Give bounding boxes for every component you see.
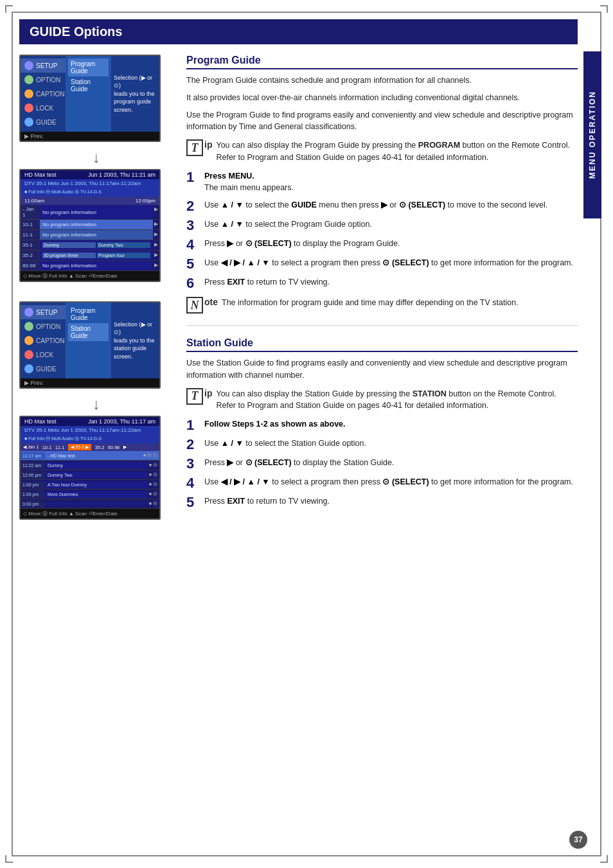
station-guide-section: Station Guide Use the Station Guide to f… bbox=[186, 337, 578, 509]
menu-item-option-label: OPTION bbox=[36, 76, 60, 84]
guide-ch-8098: 80-98 bbox=[21, 261, 40, 270]
step-num-6: 6 bbox=[186, 276, 199, 290]
step-num-4: 4 bbox=[186, 238, 199, 252]
tip-label-1: ip bbox=[204, 139, 212, 150]
guide-arrow-2: ▶ bbox=[153, 220, 159, 229]
menu-center-station-guide-2: Station Guide bbox=[68, 323, 109, 341]
guide-prog-dummy-two: Dummy Two bbox=[97, 242, 150, 248]
program-guide-tip: T ip You can also display the Program Gu… bbox=[186, 139, 578, 164]
guide-ch-101: 10-1 bbox=[21, 220, 40, 229]
menu-center-items: Program Guide Station Guide bbox=[66, 56, 111, 132]
guide-prog-four: Program four bbox=[97, 252, 150, 258]
station-prog-hdmax: - HD Max test bbox=[45, 452, 141, 459]
menu-item-guide-label: GUIDE bbox=[36, 119, 57, 126]
guide-prog-jan1: No program information bbox=[40, 205, 153, 219]
menu-center-program-guide: Program Guide bbox=[68, 58, 109, 76]
station-prog-two-hour: A Two hour Dummy bbox=[45, 481, 147, 488]
station-prog-dummy-two: Dummy Two bbox=[45, 472, 147, 479]
guide-prog-three: 30 program three bbox=[42, 252, 96, 258]
guide-prog-352: 30 program three Program four bbox=[40, 251, 153, 260]
station-step-text-1: Follow Steps 1-2 as shown as above. bbox=[204, 418, 346, 430]
menu-footer-2: ▶ Prev. bbox=[21, 378, 159, 387]
guide-arrow-1: ▶ bbox=[153, 205, 159, 219]
menu-screenshot-2: SETUP OPTION CAPTION LOCK bbox=[19, 301, 161, 389]
station-step-4: 4 Use ◀ / ▶ / ▲ / ▼ to select a program … bbox=[186, 476, 578, 490]
station-header-left: HD Max test bbox=[24, 418, 57, 425]
guide-row-101: 10-1 No program information ▶ bbox=[21, 220, 159, 230]
station-icons-2: ■ ⓐ bbox=[147, 462, 159, 468]
program-guide-section: Program Guide The Program Guide contains… bbox=[186, 55, 578, 314]
option-icon bbox=[24, 75, 33, 84]
station-ch-101: 10-1 bbox=[42, 445, 51, 450]
note-icon-1: N bbox=[186, 297, 203, 314]
step-num-2: 2 bbox=[186, 199, 199, 213]
menu-footer-1: ▶ Prev. bbox=[21, 132, 159, 141]
menu-item-guide-label-2: GUIDE bbox=[36, 366, 57, 373]
station-prog-dummy: Dummy bbox=[45, 462, 147, 469]
tip-label-2: ip bbox=[204, 388, 212, 398]
guide-prog-8098: No program information bbox=[40, 261, 153, 270]
station-ch-6098: 60-98 bbox=[108, 445, 120, 450]
station-prog-300 bbox=[45, 502, 147, 505]
menu-right-description: Selection (▶ or ⊙)leads you to theprogra… bbox=[114, 74, 157, 114]
station-step-1: 1 Follow Steps 1-2 as shown as above. bbox=[186, 418, 578, 432]
menu-item-option: OPTION bbox=[21, 73, 66, 87]
step-num-1: 1 bbox=[186, 170, 199, 184]
sidebar-menu-operation: MENU OPERATION bbox=[583, 51, 601, 218]
guide-time-left: 11:00am bbox=[24, 198, 44, 204]
station-time-300: 3:00 pm bbox=[21, 500, 45, 508]
guide-header-right: Jun 1 2003, Thu 11:21 am bbox=[88, 172, 155, 178]
menu-item-guide-2: GUIDE bbox=[21, 362, 66, 376]
menu-right-description-2: Selection (▶ or ⊙)leads you to thestatio… bbox=[114, 321, 157, 361]
station-time-more: 1:00 pm bbox=[21, 491, 45, 498]
station-step-text-3: Press ▶ or ⊙ (SELECT) to display the Sta… bbox=[204, 457, 394, 469]
guide-prog-351: Dummy Dummy Two bbox=[40, 240, 153, 250]
station-ch-arrow: ▶ bbox=[123, 445, 127, 450]
page-border-top bbox=[12, 12, 601, 13]
menu-right-text: Selection (▶ or ⊙)leads you to theprogra… bbox=[111, 56, 159, 132]
guide-arrow-4: ▶ bbox=[153, 240, 159, 250]
station-step-num-3: 3 bbox=[186, 457, 199, 471]
guide-ch-111: 11-1 bbox=[21, 230, 40, 240]
station-step-5: 5 Press EXIT to return to TV viewing. bbox=[186, 495, 578, 509]
station-guide-heading: Station Guide bbox=[186, 337, 578, 352]
station-step-text-5: Press EXIT to return to TV viewing. bbox=[204, 495, 330, 508]
station-icons-1: ■ ⓜ ⓒ bbox=[141, 452, 159, 459]
guide-ch-352: 35-2 bbox=[21, 251, 40, 260]
arrow-down-2: ↓ bbox=[19, 395, 173, 413]
right-column: Program Guide The Program Guide contains… bbox=[186, 55, 578, 515]
station-row-more: 1:00 pm More Dummies ■ ⓐ bbox=[21, 490, 159, 499]
caption-icon-2 bbox=[24, 336, 33, 345]
note-content-1: The information for program guide and ti… bbox=[222, 297, 519, 309]
step-text-5: Use ◀ / ▶ / ▲ / ▼ to select a program th… bbox=[204, 257, 573, 269]
menu-item-lock-2: LOCK bbox=[21, 348, 66, 362]
station-ch-352: 35-2 bbox=[95, 445, 104, 450]
guide-row-8098: 80-98 No program information ▶ bbox=[21, 261, 159, 271]
menu-item-setup-label: SETUP bbox=[36, 62, 57, 69]
menu-center-station-guide: Station Guide bbox=[68, 76, 109, 94]
guide-screen-mock: HD Max test Jun 1 2003, Thu 11:21 am DTV… bbox=[19, 169, 161, 282]
menu-item-setup-label-2: SETUP bbox=[36, 309, 57, 316]
station-time-1122: 11:22 am bbox=[21, 462, 45, 469]
menu-right-text-2: Selection (▶ or ⊙)leads you to thestatio… bbox=[111, 303, 159, 378]
station-row-300: 3:00 pm ■ ⓐ bbox=[21, 499, 159, 509]
guide-header: HD Max test Jun 1 2003, Thu 11:21 am bbox=[21, 170, 159, 179]
menu-item-lock: LOCK bbox=[21, 101, 66, 115]
station-time-100: 1:00 pm bbox=[21, 481, 45, 488]
guide-row-352: 35-2 30 program three Program four ▶ bbox=[21, 251, 159, 261]
program-guide-para-2: It also provides local over-the-air chan… bbox=[186, 92, 578, 104]
page-border-bottom bbox=[12, 855, 601, 856]
station-step-3: 3 Press ▶ or ⊙ (SELECT) to display the S… bbox=[186, 457, 578, 471]
lock-icon-2 bbox=[24, 350, 33, 359]
station-header-right: Jan 1 2003, Thu 11:17 am bbox=[88, 418, 155, 425]
station-step-text-4: Use ◀ / ▶ / ▲ / ▼ to select a program th… bbox=[204, 476, 573, 488]
note-label-1: ote bbox=[204, 297, 218, 307]
menu-left-items: SETUP OPTION CAPTION LOCK bbox=[21, 56, 66, 132]
guide-time-right: 12:00pm bbox=[136, 198, 155, 204]
step-text-1: Press MENU.The main menu appears. bbox=[204, 170, 294, 195]
station-row-1200: 12:00 pm Dummy Two ■ ⓐ bbox=[21, 470, 159, 480]
menu-item-setup: SETUP bbox=[21, 58, 66, 73]
station-row-1117: 11:17 am - HD Max test ■ ⓜ ⓒ bbox=[21, 451, 159, 461]
guide-prog-dummy: Dummy bbox=[42, 242, 96, 248]
station-header: HD Max test Jan 1 2003, Thu 11:17 am bbox=[21, 417, 159, 426]
